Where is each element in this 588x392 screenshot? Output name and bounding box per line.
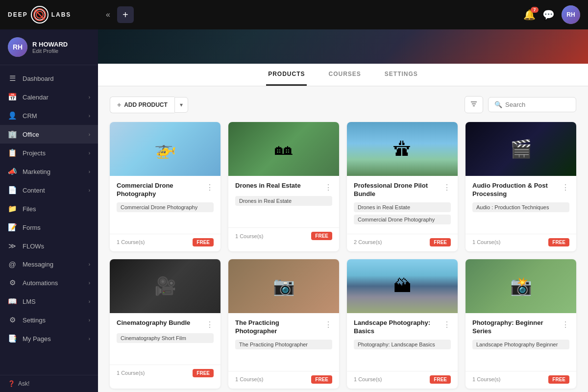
product-menu-button[interactable]: ⋮ [562,183,569,192]
search-input[interactable] [505,101,570,108]
tab-courses[interactable]: COURSES [326,64,363,86]
product-title: Audio Production & Post Processing [472,182,559,198]
profile-name: R HOWARD [32,41,68,48]
product-tag: Commercial Drone Photography [354,215,451,224]
sidebar-item-messaging[interactable]: @ Messaging › [0,255,98,273]
card-image: 🚁 [110,122,220,176]
sidebar-item-lms[interactable]: 📖 LMS › [0,292,98,311]
card-image: 📸 [466,259,576,313]
card-image: 🎥 [110,259,220,313]
search-box: 🔍 [488,97,576,112]
notification-badge: 7 [531,7,539,13]
add-product-button[interactable]: + ADD PRODUCT [110,97,174,113]
free-badge: FREE [430,375,451,384]
product-tags: Cinematography Short Film [117,333,214,358]
product-tags: Audio : Production Techniques [472,202,569,227]
brand-right: LABS [51,11,72,18]
automations-icon: ⚙ [8,278,17,287]
product-tag: Cinematography Short Film [117,333,214,343]
sidebar-item-mypages[interactable]: 📑 My Pages › [0,329,98,348]
sidebar-label-messaging: Messaging [23,261,83,268]
ask-label: Ask! [18,380,29,387]
sidebar-item-office[interactable]: 🏢 Office › [0,125,98,144]
card-image: 🛣 [347,122,458,176]
product-menu-button[interactable]: ⋮ [443,320,451,329]
product-title: Professional Drone Pilot Bundle [354,182,440,198]
course-count: 1 Course(s) [235,376,263,382]
card-title-row: Audio Production & Post Processing ⋮ [472,182,569,198]
sidebar-item-content[interactable]: 📄 Content › [0,181,98,199]
card-footer: 2 Course(s) FREE [347,234,458,251]
sidebar-item-dashboard[interactable]: ☰ Dashboard [0,69,98,88]
course-count: 1 Course(s) [117,370,145,376]
product-menu-button[interactable]: ⋮ [562,320,569,329]
card-image: 📷 [228,259,339,313]
sidebar-label-files: Files [23,205,90,213]
sidebar-item-flows[interactable]: ≫ FLOWs [0,237,98,255]
user-avatar[interactable]: RH [562,5,580,24]
sidebar-nav: ☰ Dashboard 📅 Calendar › 👤 CRM › 🏢 Offic… [0,65,98,375]
toolbar: + ADD PRODUCT ▾ 🔍 [110,96,576,113]
product-card: 🎥 Cinematography Bundle ⋮ Cinematography… [110,259,220,389]
card-title-row: The Practicing Photographer ⋮ [235,319,332,336]
course-count: 1 Course(s) [472,376,500,382]
products-area: + ADD PRODUCT ▾ 🔍 [98,86,588,392]
product-menu-button[interactable]: ⋮ [324,320,332,329]
sidebar-item-automations[interactable]: ⚙ Automations › [0,273,98,292]
collapse-sidebar-button[interactable]: « [104,8,112,21]
card-body: Cinematography Bundle ⋮ Cinematography S… [110,313,220,363]
product-tags: Commercial Drone Photography [117,202,214,227]
sidebar-item-forms[interactable]: 📝 Forms [0,218,98,237]
product-card: 📸 Photography: Beginner Series ⋮ Landsca… [466,259,576,389]
product-card: 📷 The Practicing Photographer ⋮ The Prac… [228,259,339,389]
product-menu-button[interactable]: ⋮ [206,183,214,192]
sidebar-item-files[interactable]: 📁 Files [0,199,98,218]
card-footer: 1 Course(s) FREE [228,371,339,389]
tab-products[interactable]: PRODUCTS [266,64,307,86]
calendar-icon: 📅 [8,93,17,101]
product-tag: Landscape Photography Beginner [472,340,569,349]
content-icon: 📄 [8,186,17,195]
product-tag: The Practicing Photographer [235,340,332,349]
sidebar-item-crm[interactable]: 👤 CRM › [0,106,98,125]
product-title: Photography: Beginner Series [472,319,559,336]
card-image: 🎬 [466,122,576,176]
sidebar-label-settings: Settings [23,317,83,324]
sidebar-label-content: Content [23,187,83,194]
product-menu-button[interactable]: ⋮ [206,320,214,329]
product-title: Cinematography Bundle [117,319,190,327]
add-button[interactable]: + [117,6,134,23]
messaging-icon: @ [8,260,17,269]
chevron-right-icon: › [89,188,90,193]
ask-button[interactable]: ❓ Ask! [0,375,98,392]
chevron-right-icon: › [89,262,90,267]
tab-settings[interactable]: SETTINGS [383,64,420,86]
filter-button[interactable] [465,96,483,113]
product-tags: Photography: Landscape Basics [354,340,451,364]
toolbar-left: + ADD PRODUCT ▾ [110,97,188,113]
chevron-right-icon: › [89,132,90,137]
course-count: 1 Course(s) [235,233,263,239]
course-count: 1 Course(s) [472,239,500,245]
edit-profile-link[interactable]: Edit Profile [32,48,68,54]
sidebar-item-projects[interactable]: 📋 Projects › [0,144,98,162]
card-body: Professional Drone Pilot Bundle ⋮ Drones… [347,176,458,232]
course-count: 1 Course(s) [354,376,382,382]
settings-icon: ⚙ [8,316,17,324]
sidebar-item-calendar[interactable]: 📅 Calendar › [0,88,98,106]
product-menu-button[interactable]: ⋮ [443,183,451,192]
sidebar-item-marketing[interactable]: 📣 Marketing › [0,162,98,181]
product-card: 🚁 Commercial Drone Photography ⋮ Commerc… [110,122,220,251]
card-footer: 1 Course(s) FREE [110,234,220,251]
dashboard-icon: ☰ [8,74,17,83]
sidebar-item-settings[interactable]: ⚙ Settings › [0,311,98,329]
product-tags: Landscape Photography Beginner [472,340,569,364]
add-product-label: ADD PRODUCT [124,101,168,108]
card-footer: 1 Course(s) FREE [347,371,458,389]
card-footer: 1 Course(s) FREE [110,365,220,382]
flows-icon: ≫ [8,242,17,250]
notifications-button[interactable]: 🔔 7 [523,9,536,21]
product-menu-button[interactable]: ⋮ [324,183,332,192]
messages-button[interactable]: 💬 [542,9,555,21]
add-product-dropdown-button[interactable]: ▾ [174,97,188,113]
